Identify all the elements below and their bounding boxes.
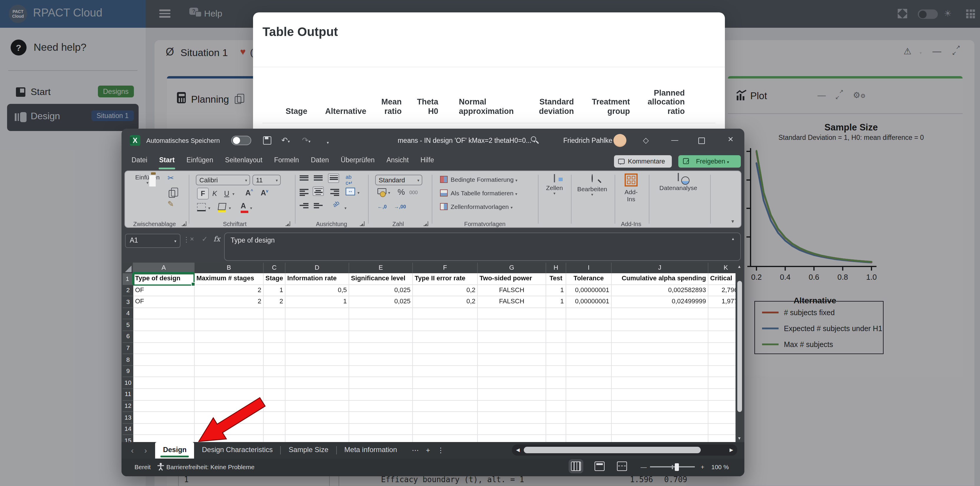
scroll-up-icon[interactable]: ▲ — [735, 265, 743, 269]
cell-G5[interactable] — [478, 320, 546, 331]
cell-C9[interactable] — [264, 366, 285, 378]
cell-H1[interactable]: Test — [546, 273, 566, 285]
ribbon-tab-einfügen[interactable]: Einfügen — [181, 153, 218, 170]
cell-E4[interactable] — [349, 308, 413, 320]
column-header-A[interactable]: A — [133, 263, 195, 273]
cell-C15[interactable] — [264, 435, 285, 442]
grow-font-button[interactable]: A^ — [245, 189, 253, 197]
cell-G2[interactable]: FALSCH — [478, 285, 546, 296]
row-number[interactable]: 8 — [123, 354, 133, 366]
cell-D14[interactable] — [285, 424, 349, 435]
add-decimal-button[interactable]: ←,0 — [377, 204, 387, 209]
cell-B2[interactable]: 2 — [195, 285, 264, 296]
data-analysis-button[interactable]: Datenanalyse — [651, 174, 705, 191]
accessibility-icon[interactable] — [157, 463, 165, 471]
window-maximize-button[interactable] — [698, 137, 705, 144]
sheet-more-icon[interactable]: ⋯ — [412, 446, 419, 454]
column-header-I[interactable]: I — [566, 263, 612, 273]
zoom-in-icon[interactable]: + — [701, 463, 704, 470]
horizontal-scrollbar[interactable]: ◀ ▶ — [512, 445, 737, 456]
number-format-select[interactable]: Standard▾ — [375, 175, 422, 185]
percent-button[interactable]: % — [398, 187, 405, 196]
cell-H5[interactable] — [546, 320, 566, 331]
decrease-indent-button[interactable] — [300, 203, 309, 210]
cell-K6[interactable] — [708, 331, 735, 343]
cell-E3[interactable]: 0,025 — [349, 296, 413, 308]
cell-B9[interactable] — [195, 366, 264, 378]
thousands-button[interactable]: 000 — [409, 190, 418, 195]
cell-A7[interactable] — [133, 343, 195, 354]
conditional-formatting-button[interactable]: Bedingte Formatierung ▾ — [440, 176, 517, 183]
cell-D8[interactable] — [285, 354, 349, 366]
cell-I6[interactable] — [566, 331, 612, 343]
enter-icon[interactable]: ✓ — [202, 235, 208, 243]
cell-A15[interactable] — [133, 435, 195, 442]
cell-A11[interactable] — [133, 389, 195, 400]
document-title[interactable]: means - IN design 'OF' kMax=2 thetaH0=0.… — [352, 137, 582, 144]
hscroll-thumb[interactable] — [524, 446, 701, 453]
cell-I7[interactable] — [566, 343, 612, 354]
cell-E14[interactable] — [349, 424, 413, 435]
ribbon-tab-datei[interactable]: Datei — [126, 153, 153, 170]
undo-icon[interactable]: ↶▾ — [282, 136, 290, 145]
cell-I2[interactable]: 0,00000001 — [566, 285, 612, 296]
cell-D7[interactable] — [285, 343, 349, 354]
cell-A12[interactable] — [133, 400, 195, 412]
cell-A2[interactable]: OF — [133, 285, 195, 296]
page-layout-view-icon[interactable] — [595, 462, 605, 471]
cell-B1[interactable]: Maximum # stages — [195, 273, 264, 285]
cell-J12[interactable] — [612, 400, 708, 412]
cell-C14[interactable] — [264, 424, 285, 435]
cell-K12[interactable] — [708, 400, 735, 412]
font-size-select[interactable]: 11▾ — [253, 175, 281, 185]
cell-F13[interactable] — [413, 412, 478, 424]
cell-I1[interactable]: Tolerance — [566, 273, 612, 285]
search-icon[interactable] — [531, 136, 536, 142]
cell-E2[interactable]: 0,025 — [349, 285, 413, 296]
editing-button[interactable]: Bearbeiten ▾ — [573, 175, 611, 197]
row-number[interactable]: 7 — [123, 343, 133, 354]
cell-H8[interactable] — [546, 354, 566, 366]
align-top-button[interactable] — [300, 175, 309, 182]
format-painter-icon[interactable]: ✎ — [167, 199, 174, 208]
cell-E1[interactable]: Significance level — [349, 273, 413, 285]
cell-D11[interactable] — [285, 389, 349, 400]
row-number[interactable]: 15 — [123, 435, 133, 442]
cell-K7[interactable] — [708, 343, 735, 354]
alignment-launcher-icon[interactable] — [360, 221, 364, 226]
cell-E9[interactable] — [349, 366, 413, 378]
sheet-menu-icon[interactable]: ⋮ — [437, 446, 444, 454]
ribbon-tab-start[interactable]: Start — [154, 153, 180, 170]
number-launcher-icon[interactable] — [423, 221, 428, 226]
align-right-button[interactable] — [330, 189, 339, 196]
increase-indent-button[interactable] — [314, 203, 323, 210]
cell-B15[interactable] — [195, 435, 264, 442]
cell-J6[interactable] — [612, 331, 708, 343]
cell-H9[interactable] — [546, 366, 566, 378]
column-header-J[interactable]: J — [612, 263, 708, 273]
column-header-B[interactable]: B — [195, 263, 264, 273]
addins-button[interactable]: Add- Ins — [617, 174, 645, 202]
cell-G13[interactable] — [478, 412, 546, 424]
cell-I4[interactable] — [566, 308, 612, 320]
align-center-button[interactable] — [313, 186, 324, 196]
cell-A6[interactable] — [133, 331, 195, 343]
cell-G8[interactable] — [478, 354, 546, 366]
column-header-E[interactable]: E — [349, 263, 413, 273]
row-number[interactable]: 13 — [123, 412, 133, 424]
cell-J5[interactable] — [612, 320, 708, 331]
cell-J8[interactable] — [612, 354, 708, 366]
collapse-card-icon[interactable]: — — [932, 46, 941, 56]
plot-settings-icon[interactable]: ⚙⚙ — [853, 90, 865, 100]
cell-J1[interactable]: Cumulative alpha spending — [612, 273, 708, 285]
row-number[interactable]: 12 — [123, 400, 133, 412]
bold-button[interactable]: F — [197, 188, 209, 199]
cell-styles-button[interactable]: Zellenformatvorlagen ▾ — [440, 203, 512, 210]
scroll-down-icon[interactable]: ▼ — [735, 436, 743, 440]
cell-G4[interactable] — [478, 308, 546, 320]
cell-D2[interactable]: 0,5 — [285, 285, 349, 296]
cell-G15[interactable] — [478, 435, 546, 442]
sun-icon[interactable]: ☀ — [944, 8, 952, 19]
align-bottom-button[interactable] — [328, 174, 339, 183]
cell-I5[interactable] — [566, 320, 612, 331]
